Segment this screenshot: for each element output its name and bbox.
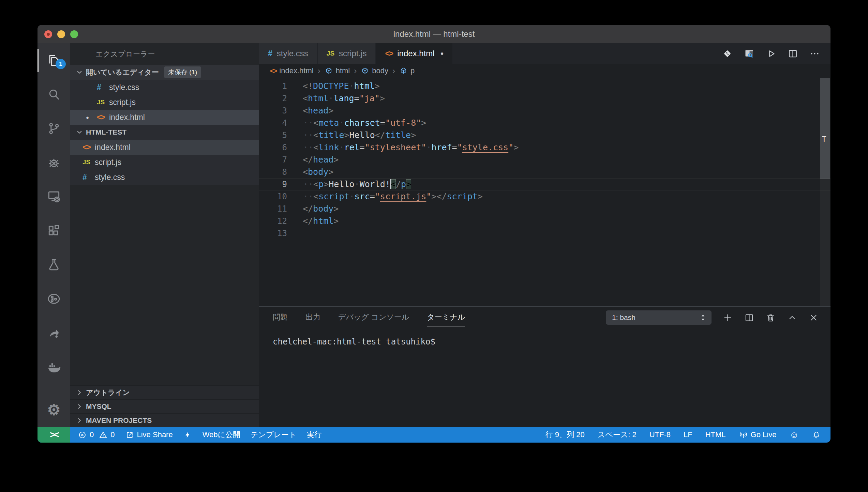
editor-scrollbar[interactable]: T [820,78,830,306]
code-text: ··<p>Hello·World!</p> [293,178,411,190]
code-line[interactable]: 13 [259,227,830,240]
status-warnings[interactable]: 0 [99,430,115,440]
code-line[interactable]: 11</body> [259,203,830,215]
html-icon: <> [270,67,276,75]
status-cursor-position[interactable]: 行 9、列 20 [545,430,585,440]
close-panel-button[interactable] [808,312,819,323]
code-line[interactable]: 9··<p>Hello·World!</p> [259,178,830,190]
folder-label: HTML-TEST [86,128,126,136]
dirty-dot-icon: ● [86,114,97,120]
activity-item-publish[interactable] [38,316,70,350]
line-number: 4 [259,117,293,129]
code-line[interactable]: 12</html> [259,215,830,227]
html-icon: <> [83,143,95,152]
activity-item-remote-explorer[interactable] [38,180,70,214]
activity-item-source-control[interactable] [38,111,70,145]
new-terminal-button[interactable] [722,312,733,323]
status-go-live[interactable]: Go Live [739,430,777,440]
breadcrumb-item[interactable]: html [325,66,350,75]
code-line[interactable]: 2<html·lang="ja"> [259,92,830,105]
activity-item-extensions[interactable] [38,214,70,248]
breadcrumb-item[interactable]: p [399,66,415,75]
activity-item-search[interactable] [38,77,70,111]
terminal-select[interactable]: 1: bash [606,310,712,325]
warning-triangle-icon [99,430,108,440]
line-number: 11 [259,203,293,215]
activity-item-testing[interactable] [38,248,70,282]
code-line[interactable]: 10··<script·src="script.js"></script> [259,190,830,203]
code-line[interactable]: 1<!DOCTYPE·html> [259,80,830,92]
line-number: 9 [259,178,293,190]
panel-tab-出力[interactable]: 出力 [305,312,320,323]
tab-index.html[interactable]: <>index.html● [376,43,452,64]
status-label: Go Live [751,430,777,439]
run-file-button[interactable] [765,48,777,59]
panel-tab-ターミナル[interactable]: ターミナル [427,312,465,326]
remote-indicator[interactable]: >< [38,427,70,443]
activity-item-docker[interactable] [38,350,70,384]
breadcrumb-label: index.html [279,66,313,75]
bell-icon [812,430,821,440]
panel-tab-問題[interactable]: 問題 [273,312,288,323]
activity-item-debug[interactable] [38,145,70,180]
line-number: 8 [259,166,293,178]
tree-item[interactable]: <>index.html [70,140,259,155]
tree-item[interactable]: #style.css [70,170,259,185]
status-encoding[interactable]: UTF-8 [649,430,671,439]
code-line[interactable]: 8<body> [259,166,830,178]
more-actions-button[interactable] [809,48,820,59]
split-terminal-button[interactable] [744,312,754,323]
tab-script.js[interactable]: JSscript.js [318,43,376,64]
code-text: <body> [293,166,333,178]
activity-item-explorer[interactable]: 1 [38,43,70,77]
file-label: style.css [109,83,139,92]
code-text: ··<script·src="script.js"></script> [293,190,483,203]
tree-item[interactable]: JSscript.js [70,155,259,170]
smiley-icon: ☺ [789,430,799,440]
status-quick-action[interactable] [183,430,192,440]
folder-header[interactable]: HTML-TEST [70,125,259,140]
sidebar-section-mysql[interactable]: MYSQL [70,399,259,413]
maximize-panel-button[interactable] [787,312,797,323]
status-live-share[interactable]: Live Share [125,430,173,440]
open-editor-item[interactable]: #style.css [70,80,259,95]
open-editor-item[interactable]: ●<>index.html [70,110,259,125]
code-text: ··<link·rel="stylesheet"·href="style.css… [293,141,519,154]
panel-tab-デバッグ コンソール[interactable]: デバッグ コンソール [338,312,409,323]
code-line[interactable]: 3<head> [259,105,830,117]
terminal-content[interactable]: chelchel-mac:html-test tatsuhiko$ [259,328,830,427]
activity-item-git-graph[interactable] [38,282,70,316]
explorer-tree: 開いているエディター 未保存 (1) #style.cssJSscript.js… [70,65,259,185]
scrollbar-slider[interactable] [820,78,830,179]
gitlens-button[interactable] [722,48,733,59]
code-line[interactable]: 7</head> [259,154,830,166]
code-text: </html> [293,215,339,227]
tab-style.css[interactable]: #style.css [259,43,317,64]
open-preview-button[interactable] [744,48,755,59]
activity-item-manage[interactable]: ⚙ [38,393,70,427]
open-editor-item[interactable]: JSscript.js [70,95,259,110]
status-language-mode[interactable]: HTML [705,430,726,439]
breadcrumb-item[interactable]: <>index.html [270,66,314,75]
status-errors[interactable]: 0 [78,430,94,440]
status-feedback[interactable]: ☺ [789,430,799,440]
kill-terminal-button[interactable] [765,312,776,323]
sidebar-section-アウトライン[interactable]: アウトライン [70,385,259,399]
status-indentation[interactable]: スペース: 2 [598,430,637,440]
status-notifications[interactable] [812,430,821,440]
open-editors-header[interactable]: 開いているエディター 未保存 (1) [70,65,259,80]
status-run[interactable]: 実行 [307,430,322,440]
code-editor[interactable]: 1<!DOCTYPE·html>2<html·lang="ja">3<head>… [259,78,830,306]
status-template[interactable]: テンプレート [251,430,297,440]
code-line[interactable]: 5··<title>Hello</title> [259,129,830,141]
sidebar-section-maven-projects[interactable]: MAVEN PROJECTS [70,413,259,427]
code-line[interactable]: 6··<link·rel="stylesheet"·href="style.cs… [259,141,830,154]
breadcrumb-item[interactable]: body [361,66,388,75]
code-line[interactable]: 4··<meta·charset="utf-8"> [259,117,830,129]
split-editor-button[interactable] [787,48,798,59]
desktop: index.html — html-test 1 ⚙ エクスプローラー 開いてい… [0,0,868,492]
code-text: <head> [293,105,333,117]
titlebar[interactable]: index.html — html-test [38,25,830,43]
status-publish-web[interactable]: Webに公開 [203,430,240,440]
status-eol[interactable]: LF [684,430,692,439]
